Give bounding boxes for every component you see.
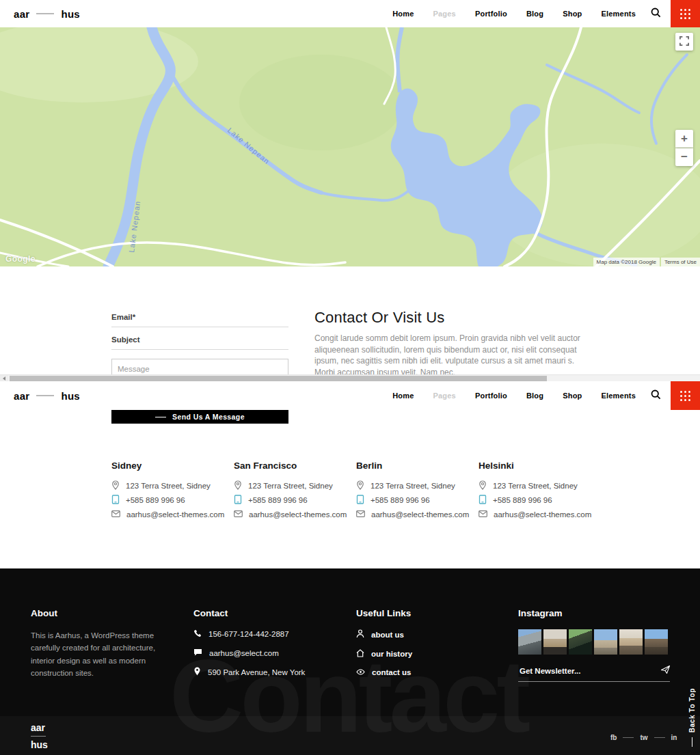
google-map[interactable]: Lake Nepean Lake Nepean + − Google Map d… xyxy=(0,27,700,266)
section-body: Congit larude somm debit lorem ipsum. Pr… xyxy=(314,333,582,378)
widget-menu-button[interactable] xyxy=(671,381,700,410)
envelope-icon xyxy=(111,510,120,519)
subject-field[interactable] xyxy=(111,331,288,350)
nav-portfolio[interactable]: Portfolio xyxy=(466,392,517,400)
newsletter-submit-button[interactable] xyxy=(661,665,670,676)
home-icon xyxy=(356,649,364,659)
button-dash xyxy=(155,417,166,417)
page: aar hus Home Pages Portfolio Blog Shop E… xyxy=(0,0,700,755)
phone-row: +585 889 996 96 xyxy=(479,495,601,504)
location-sidney: Sidney 123 Terra Street, Sidney +585 889… xyxy=(111,461,234,524)
map-terms-link[interactable]: Terms of Use xyxy=(661,258,700,266)
logo[interactable]: aar hus xyxy=(14,8,80,20)
google-logo[interactable]: Google xyxy=(5,254,36,264)
address-text: 123 Terra Street, Sidney xyxy=(248,482,333,490)
nav-home[interactable]: Home xyxy=(383,392,423,400)
footer-phone-row: 156-677-124-442-2887 xyxy=(193,629,356,639)
pin-icon xyxy=(356,480,364,491)
address-text: 123 Terra Street, Sidney xyxy=(493,482,578,490)
horizontal-scrollbar[interactable] xyxy=(0,374,700,381)
footer: Contact About This is Aarhus, a WordPres… xyxy=(0,568,700,755)
footer-bottom-bar: aar hus fb tw in xyxy=(0,716,700,755)
pin-icon xyxy=(111,480,120,491)
instagram-photo[interactable] xyxy=(543,629,567,655)
back-to-top-label: Back To Top xyxy=(688,688,696,732)
scrollbar-thumb[interactable] xyxy=(10,376,547,381)
nav-pages[interactable]: Pages xyxy=(424,10,466,18)
phone-text: +585 889 996 96 xyxy=(371,496,430,504)
footer-phone-text: 156-677-124-442-2887 xyxy=(208,630,289,638)
location-san-francisco: San Francisco 123 Terra Street, Sidney +… xyxy=(234,461,356,524)
newsletter-input[interactable] xyxy=(518,666,661,676)
city-name: Sidney xyxy=(111,461,234,471)
address-text: 123 Terra Street, Sidney xyxy=(126,482,211,490)
pin-icon xyxy=(479,480,487,491)
logo-dash xyxy=(36,395,54,396)
nav-shop[interactable]: Shop xyxy=(553,392,591,400)
link-contact-us[interactable]: contact us xyxy=(356,668,518,676)
section-heading: Contact Or Visit Us xyxy=(314,309,582,327)
logo-dash xyxy=(31,736,46,737)
social-facebook[interactable]: fb xyxy=(610,734,617,741)
address-row: 123 Terra Street, Sidney xyxy=(356,481,479,490)
social-twitter[interactable]: tw xyxy=(640,734,647,741)
widget-menu-button[interactable] xyxy=(671,0,700,27)
instagram-photo[interactable] xyxy=(569,629,592,655)
back-to-top-button[interactable]: Back To Top xyxy=(688,688,696,747)
phone-text: +585 889 996 96 xyxy=(126,496,185,504)
eye-icon xyxy=(356,668,365,676)
logo-dash xyxy=(36,13,54,14)
newsletter-form xyxy=(518,665,670,682)
search-button[interactable] xyxy=(645,389,671,402)
logo-part2: hus xyxy=(61,390,80,402)
map-data-text: Map data ©2018 Google xyxy=(593,258,660,266)
fullscreen-icon xyxy=(679,36,689,48)
nav-portfolio[interactable]: Portfolio xyxy=(466,10,517,18)
envelope-icon xyxy=(356,510,365,519)
nav-blog[interactable]: Blog xyxy=(517,392,553,400)
instagram-photo[interactable] xyxy=(645,629,668,655)
nav-home[interactable]: Home xyxy=(383,10,423,18)
email-text: aarhus@select-themes.com xyxy=(126,510,224,519)
search-button[interactable] xyxy=(645,8,671,20)
nav-elements[interactable]: Elements xyxy=(591,10,645,18)
link-about-us[interactable]: about us xyxy=(356,629,518,640)
tablet-icon xyxy=(234,495,242,506)
map-zoom-out-button[interactable]: − xyxy=(675,148,693,166)
city-name: Berlin xyxy=(356,461,479,471)
footer-contact-title: Contact xyxy=(193,608,356,618)
social-linkedin[interactable]: in xyxy=(671,734,677,741)
grid-dots-icon xyxy=(680,391,690,401)
search-icon xyxy=(651,8,661,20)
logo[interactable]: aar hus xyxy=(14,390,80,402)
instagram-grid xyxy=(518,629,670,655)
link-our-history[interactable]: our history xyxy=(356,649,518,659)
pin-icon xyxy=(234,480,242,491)
nav-shop[interactable]: Shop xyxy=(553,10,591,18)
location-berlin: Berlin 123 Terra Street, Sidney +585 889… xyxy=(356,461,479,524)
location-helsinki: Helsinki 123 Terra Street, Sidney +585 8… xyxy=(479,461,601,524)
nav-pages[interactable]: Pages xyxy=(424,392,466,400)
header-sticky: aar hus Home Pages Portfolio Blog Shop E… xyxy=(0,381,700,410)
map-fullscreen-button[interactable] xyxy=(675,33,693,51)
tablet-icon xyxy=(111,495,120,506)
tablet-icon xyxy=(356,495,364,506)
header-top: aar hus Home Pages Portfolio Blog Shop E… xyxy=(0,0,700,27)
nav-blog[interactable]: Blog xyxy=(517,10,553,18)
instagram-photo[interactable] xyxy=(594,629,617,655)
map-zoom-in-button[interactable]: + xyxy=(675,130,693,148)
instagram-photo[interactable] xyxy=(518,629,541,655)
link-label: our history xyxy=(371,650,412,658)
send-message-button[interactable]: Send Us A Message xyxy=(111,410,288,424)
nav-elements[interactable]: Elements xyxy=(591,392,645,400)
email-field[interactable] xyxy=(111,309,288,327)
link-label: about us xyxy=(371,631,404,639)
email-row: aarhus@select-themes.com xyxy=(356,510,479,519)
phone-row: +585 889 996 96 xyxy=(356,495,479,504)
logo-part2: hus xyxy=(31,739,48,750)
scrollbar-left-arrow[interactable] xyxy=(0,375,8,381)
footer-logo[interactable]: aar hus xyxy=(31,722,48,750)
instagram-photo[interactable] xyxy=(619,629,643,655)
social-links: fb tw in xyxy=(610,734,677,741)
envelope-icon xyxy=(479,510,487,519)
